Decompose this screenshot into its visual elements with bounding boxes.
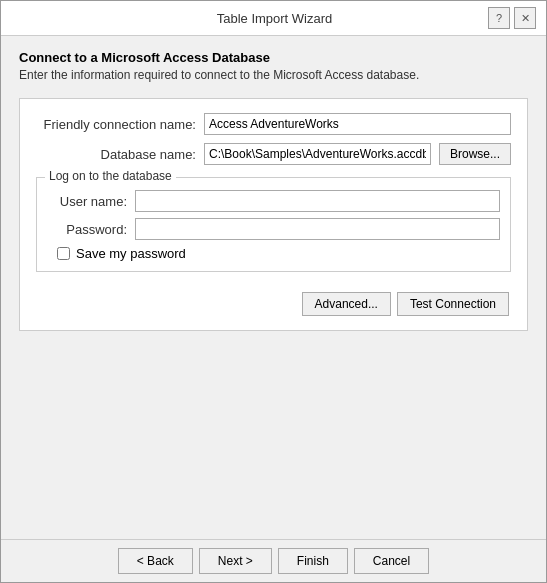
friendly-name-input[interactable]: [204, 113, 511, 135]
test-connection-button[interactable]: Test Connection: [397, 292, 509, 316]
action-buttons: Advanced... Test Connection: [36, 292, 511, 316]
database-name-row: Database name: Browse...: [36, 143, 511, 165]
friendly-name-label: Friendly connection name:: [36, 117, 196, 132]
password-input[interactable]: [135, 218, 500, 240]
browse-button[interactable]: Browse...: [439, 143, 511, 165]
form-area: Friendly connection name: Database name:…: [19, 98, 528, 331]
password-label: Password:: [47, 222, 127, 237]
username-label: User name:: [47, 194, 127, 209]
logon-group: Log on to the database User name: Passwo…: [36, 177, 511, 272]
database-name-input[interactable]: [204, 143, 431, 165]
database-name-label: Database name:: [36, 147, 196, 162]
save-password-checkbox[interactable]: [57, 247, 70, 260]
save-password-row: Save my password: [47, 246, 500, 261]
advanced-button[interactable]: Advanced...: [302, 292, 391, 316]
username-row: User name:: [47, 190, 500, 212]
footer: < Back Next > Finish Cancel: [1, 539, 546, 582]
title-bar-controls: ? ✕: [488, 7, 536, 29]
save-password-label[interactable]: Save my password: [76, 246, 186, 261]
username-input[interactable]: [135, 190, 500, 212]
section-title: Connect to a Microsoft Access Database: [19, 50, 528, 65]
cancel-button[interactable]: Cancel: [354, 548, 429, 574]
group-legend: Log on to the database: [45, 169, 176, 183]
dialog-title: Table Import Wizard: [61, 11, 488, 26]
next-button[interactable]: Next >: [199, 548, 272, 574]
password-row: Password:: [47, 218, 500, 240]
finish-button[interactable]: Finish: [278, 548, 348, 574]
section-description: Enter the information required to connec…: [19, 68, 528, 82]
back-button[interactable]: < Back: [118, 548, 193, 574]
dialog-body: Connect to a Microsoft Access Database E…: [1, 36, 546, 539]
close-button[interactable]: ✕: [514, 7, 536, 29]
dialog-window: Table Import Wizard ? ✕ Connect to a Mic…: [0, 0, 547, 583]
friendly-name-row: Friendly connection name:: [36, 113, 511, 135]
title-bar: Table Import Wizard ? ✕: [1, 1, 546, 36]
help-button[interactable]: ?: [488, 7, 510, 29]
